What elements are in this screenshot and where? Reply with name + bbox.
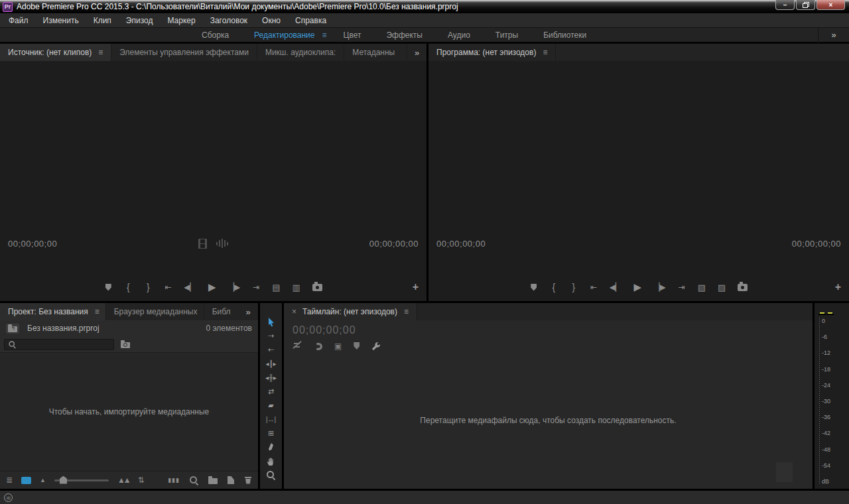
navigate-up-button[interactable] <box>6 324 19 334</box>
linked-selection-button[interactable]: ▣ <box>334 342 342 351</box>
export-frame-button[interactable] <box>312 284 322 291</box>
go-to-out-button[interactable]: ⇥ <box>678 283 686 292</box>
menu-item-clip[interactable]: Клип <box>86 16 119 25</box>
mark-in-button[interactable]: { <box>124 282 132 292</box>
slip-tool[interactable]: |↔| <box>260 412 282 426</box>
overwrite-button[interactable]: ▥ <box>292 283 300 292</box>
tab-timeline[interactable]: × Таймлайн: (нет эпизодов) ≡ <box>284 303 417 320</box>
close-tab-icon[interactable]: × <box>292 307 296 316</box>
go-to-out-button[interactable]: ⇥ <box>252 283 260 292</box>
play-button[interactable]: ▶ <box>208 281 216 293</box>
automate-to-sequence-button[interactable]: ▮▮▮ <box>168 477 180 483</box>
rate-stretch-tool[interactable]: ⇄ <box>260 385 282 399</box>
rolling-edit-tool[interactable]: ◂╫▸ <box>260 371 282 385</box>
sort-button[interactable]: ⇅ <box>138 475 145 485</box>
creative-cloud-icon[interactable]: cc <box>4 493 13 502</box>
find-button[interactable] <box>190 476 198 485</box>
track-select-backward-tool[interactable]: ⇠ <box>260 343 282 357</box>
menu-item-help[interactable]: Справка <box>288 16 334 25</box>
tab-libraries[interactable]: Библ <box>204 303 238 320</box>
project-content-area[interactable]: Чтобы начать, импортируйте медиаданные <box>0 352 258 471</box>
panel-menu-icon[interactable]: ≡ <box>98 48 103 57</box>
play-button[interactable]: ▶ <box>633 281 641 293</box>
project-search-input[interactable] <box>20 340 110 348</box>
program-viewer[interactable] <box>428 61 849 236</box>
tab-effect-controls[interactable]: Элементы управления эффектами <box>111 44 257 61</box>
selection-tool[interactable] <box>260 315 282 329</box>
export-frame-button[interactable] <box>738 284 748 291</box>
mark-out-button[interactable]: } <box>144 282 152 292</box>
delete-button[interactable] <box>244 476 252 485</box>
restore-button[interactable] <box>796 0 815 10</box>
meter-labels: 0 -6 -12 -18 -24 -30 -36 -42 -48 -54 dB <box>821 318 848 485</box>
mark-out-button[interactable]: } <box>570 282 578 292</box>
snap-button[interactable] <box>314 342 322 351</box>
workspace-tab-color[interactable]: Цвет <box>331 31 374 40</box>
filter-bin-content-button[interactable] <box>121 341 130 348</box>
track-select-forward-tool[interactable]: ⇢ <box>260 329 282 343</box>
icon-view-button[interactable] <box>21 477 31 484</box>
tab-audio-clip-mixer[interactable]: Микш. аудиоклипа: <box>257 44 344 61</box>
button-editor-button[interactable]: + <box>835 281 841 293</box>
razor-tool[interactable]: ▰ <box>260 399 282 412</box>
workspace-tab-assembly[interactable]: Сборка <box>189 31 241 40</box>
ripple-edit-tool[interactable]: ◂┃▸ <box>260 357 282 371</box>
insert-button[interactable]: ▤ <box>272 283 280 292</box>
mark-in-button[interactable]: { <box>550 282 558 292</box>
thumbnail-size-slider[interactable] <box>54 479 109 481</box>
add-marker-button[interactable] <box>530 284 538 291</box>
tab-source[interactable]: Источник: (нет клипов) ≡ <box>0 44 111 61</box>
timeline-scroll-corner[interactable] <box>776 462 793 482</box>
go-to-in-button[interactable]: ⇤ <box>164 283 172 292</box>
hand-tool[interactable] <box>260 454 282 468</box>
tab-media-browser[interactable]: Браузер медиаданных <box>106 303 204 320</box>
panel-menu-icon[interactable]: ≡ <box>543 48 547 57</box>
step-forward-button[interactable]: ▕▶ <box>228 283 240 292</box>
new-bin-button[interactable] <box>208 477 218 484</box>
panel-menu-icon[interactable]: ≡ <box>404 307 409 316</box>
timeline-settings-button[interactable] <box>371 342 381 351</box>
zoom-tool[interactable] <box>260 468 282 482</box>
workspace-tab-libraries[interactable]: Библиотеки <box>531 31 599 40</box>
workspace-menu-icon[interactable]: ≡ <box>322 31 327 40</box>
tab-program[interactable]: Программа: (нет эпизодов) ≡ <box>428 44 556 61</box>
lift-button[interactable]: ▧ <box>698 283 706 292</box>
drag-video-icon[interactable] <box>198 239 207 249</box>
add-marker-button[interactable] <box>104 284 112 291</box>
timeline-drop-area[interactable]: Перетащите медиафайлы сюда, чтобы создат… <box>284 351 813 489</box>
project-tab-overflow-button[interactable]: » <box>238 303 258 320</box>
go-to-in-button[interactable]: ⇤ <box>590 283 598 292</box>
step-back-button[interactable]: ◀▏ <box>610 283 621 292</box>
source-tab-overflow-button[interactable]: » <box>407 44 426 61</box>
step-back-button[interactable]: ◀▏ <box>184 283 196 292</box>
workspace-tab-editing[interactable]: Редактирование <box>241 31 327 40</box>
menu-item-window[interactable]: Окно <box>255 16 288 25</box>
slide-tool[interactable]: ⊞ <box>260 426 282 440</box>
menu-item-title[interactable]: Заголовок <box>203 16 255 25</box>
workspace-tab-titles[interactable]: Титры <box>483 31 531 40</box>
list-view-button[interactable]: ≣ <box>6 475 13 485</box>
add-marker-button[interactable] <box>354 340 359 352</box>
source-viewer[interactable] <box>0 61 426 236</box>
pen-tool[interactable] <box>260 440 282 454</box>
new-item-button[interactable] <box>228 476 234 484</box>
close-button[interactable]: × <box>816 0 845 10</box>
workspace-overflow-button[interactable]: » <box>818 30 849 40</box>
drag-audio-icon[interactable] <box>216 239 228 248</box>
tab-metadata[interactable]: Метаданны <box>344 44 397 61</box>
minimize-button[interactable]: – <box>775 0 795 10</box>
slider-thumb[interactable] <box>60 476 67 484</box>
menu-item-edit[interactable]: Изменить <box>36 16 86 25</box>
extract-button[interactable]: ▨ <box>718 283 726 292</box>
nest-toggle-button[interactable] <box>293 340 302 352</box>
meter-level-line <box>828 312 832 314</box>
menu-item-marker[interactable]: Маркер <box>160 16 202 25</box>
menu-item-file[interactable]: Файл <box>1 16 36 25</box>
tab-project[interactable]: Проект: Без названия ≡ <box>0 303 106 320</box>
panel-menu-icon[interactable]: ≡ <box>95 307 99 316</box>
menu-item-sequence[interactable]: Эпизод <box>119 16 161 25</box>
button-editor-button[interactable]: + <box>413 281 419 293</box>
step-forward-button[interactable]: ▕▶ <box>653 283 665 292</box>
workspace-tab-audio[interactable]: Аудио <box>435 31 483 40</box>
workspace-tab-effects[interactable]: Эффекты <box>373 31 435 40</box>
